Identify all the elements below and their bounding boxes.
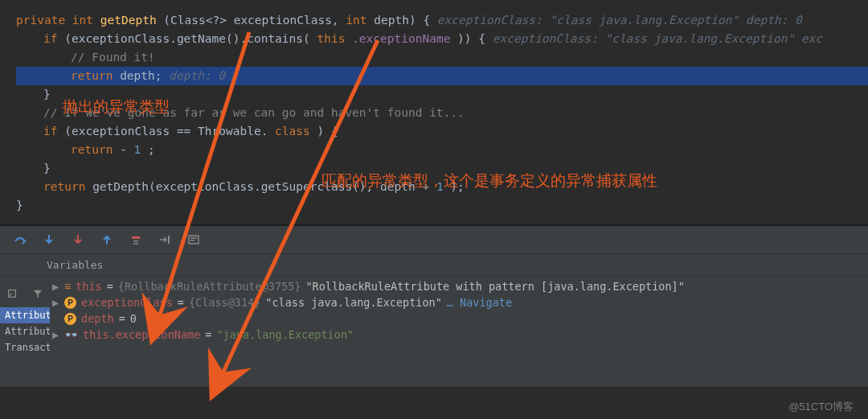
variables-tree[interactable]: ▶ ≡ this = {RollbackRuleAttribute@3755} … — [0, 277, 868, 343]
variable-row[interactable]: ▶ ≡ this = {RollbackRuleAttribute@3755} … — [51, 278, 868, 294]
variable-name: exceptionClass — [81, 296, 173, 309]
variable-class: {Class@314} — [189, 296, 260, 309]
code-text: (Class<?> exceptionClass, — [163, 14, 338, 27]
evaluate-expression-icon[interactable] — [186, 232, 201, 247]
svg-rect-0 — [132, 236, 140, 239]
code-text: depth) { — [374, 14, 430, 27]
navigate-link[interactable]: … Navigate — [447, 296, 512, 309]
keyword: int — [72, 14, 93, 27]
force-step-into-icon[interactable] — [71, 232, 85, 247]
code-line: if (exceptionClass.getName().contains( t… — [16, 30, 868, 48]
keyword: if — [43, 125, 57, 138]
annotation-left: 抛出的异常类型 — [63, 97, 170, 117]
code-text: - — [120, 143, 127, 156]
variable-row[interactable]: ▶ P exceptionClass = {Class@314} "class … — [51, 294, 868, 310]
annotation-right: 匹配的异常类型，这个是事务定义的异常捕获属性 — [321, 170, 657, 191]
run-to-cursor-icon[interactable] — [158, 232, 172, 247]
keyword: class — [275, 125, 310, 138]
svg-rect-1 — [168, 236, 170, 244]
frame-tab[interactable]: Attribute — [0, 307, 50, 323]
inlay-hint: exceptionClass: "class java.lang.Excepti… — [437, 14, 802, 27]
param-icon: P — [64, 297, 76, 309]
variable-name: this — [76, 280, 102, 293]
variable-value: 0 — [130, 312, 137, 325]
code-line: if (exceptionClass == Throwable. class )… — [16, 122, 868, 141]
code-text: ) { — [317, 125, 338, 138]
code-line: } — [16, 196, 868, 215]
svg-rect-2 — [189, 236, 199, 244]
number: 1 — [134, 143, 141, 156]
method-name: getDepth — [100, 14, 157, 27]
field: .exceptionName — [352, 32, 450, 45]
equals: = — [119, 312, 125, 325]
this-icon: ≡ — [64, 280, 71, 293]
variable-class: {RollbackRuleAttribute@3755} — [118, 280, 301, 293]
code-text: (exceptionClass.getName().contains( — [64, 32, 310, 45]
highlighted-line: return depth; depth: 0 — [16, 67, 868, 85]
debug-toolbar — [0, 226, 868, 254]
filter-icon[interactable] — [32, 286, 43, 301]
expand-icon[interactable]: ▶ — [51, 331, 59, 339]
variable-name: depth — [81, 312, 114, 325]
equals: = — [205, 328, 211, 341]
variables-tab[interactable]: Variables — [0, 254, 868, 277]
brace: } — [16, 199, 23, 212]
expand-icon[interactable]: ▶ — [51, 298, 59, 306]
code-text: ; — [148, 143, 155, 156]
frame-tab[interactable]: Attribute — [0, 323, 50, 339]
inlay-hint: depth: 0 — [169, 69, 225, 82]
code-text: (exceptionClass == Throwable. — [64, 125, 268, 138]
inlay-hint: exceptionClass: "class java.lang.Excepti… — [493, 32, 822, 45]
drop-frame-icon[interactable] — [129, 232, 143, 247]
keyword: private — [16, 14, 65, 27]
step-over-icon[interactable] — [13, 232, 27, 247]
equals: = — [107, 280, 113, 293]
code-line: // Found it! — [16, 48, 868, 67]
code-text: depth; — [120, 69, 162, 82]
variable-name: this.exceptionName — [83, 328, 200, 341]
variable-value: "java.lang.Exception" — [216, 328, 354, 341]
comment: // Found it! — [71, 51, 155, 64]
keyword: return — [71, 143, 113, 156]
step-out-icon[interactable] — [100, 232, 114, 247]
variable-row[interactable]: ▶ P depth = 0 — [51, 310, 868, 327]
keyword: return — [43, 180, 85, 193]
keyword: int — [346, 14, 366, 27]
brace: } — [43, 88, 51, 101]
frames-sidebar: Attribute Attribute Transact — [0, 286, 50, 387]
keyword: return — [71, 69, 113, 82]
debug-panel: Variables Attribute Attribute Transact ▶… — [0, 226, 868, 387]
variable-value: "RollbackRuleAttribute with pattern [jav… — [305, 280, 684, 293]
code-line: return - 1 ; — [16, 141, 868, 159]
equals: = — [178, 296, 184, 309]
watermark: @51CTO博客 — [788, 400, 854, 414]
keyword: if — [43, 32, 57, 45]
variable-row[interactable]: ▶ 👓 this.exceptionName = "java.lang.Exce… — [51, 327, 868, 343]
code-text: )) { — [457, 32, 485, 45]
step-into-icon[interactable] — [42, 232, 56, 247]
expand-icon[interactable]: ▶ — [51, 282, 59, 290]
brace: } — [43, 162, 51, 175]
frame-tab[interactable]: Transact — [0, 339, 50, 355]
watch-icon: 👓 — [64, 328, 78, 341]
variable-value: "class java.lang.Exception" — [265, 296, 441, 309]
param-icon: P — [64, 313, 76, 325]
restore-layout-icon[interactable] — [6, 286, 18, 301]
code-line: private int getDepth (Class<?> exception… — [16, 11, 868, 30]
keyword: this — [317, 32, 345, 45]
